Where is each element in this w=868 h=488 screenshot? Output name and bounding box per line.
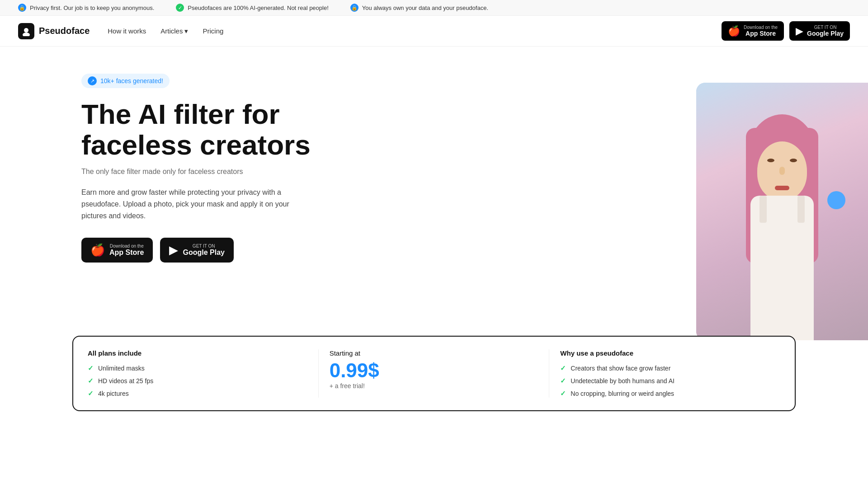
trending-icon: ↗	[88, 76, 97, 85]
plan-item-hd: ✓ HD videos at 25 fps	[88, 377, 307, 385]
cta-buttons: 🍎 Download on the App Store ▶ GET IT ON …	[81, 238, 389, 263]
why-use-section: Why use a pseudoface ✓ Creators that sho…	[549, 349, 780, 398]
nav-google-play-big: Google Play	[807, 30, 844, 37]
hero-app-store-big: App Store	[109, 249, 144, 257]
logo-icon	[18, 23, 34, 39]
hero-google-play-big: Google Play	[183, 249, 224, 257]
nav-app-store-big: App Store	[744, 30, 778, 37]
top-banner: 🔒 Privacy first. Our job is to keep you …	[0, 0, 868, 16]
all-plans-list: ✓ Unlimited masks ✓ HD videos at 25 fps …	[88, 364, 307, 398]
check-icon-hd: ✓	[88, 377, 94, 385]
navbar: Pseudoface How it works Articles ▾ Prici…	[0, 16, 868, 47]
why-item-grow: ✓ Creators that show face grow faster	[560, 364, 769, 372]
hero-app-store-button[interactable]: 🍎 Download on the App Store	[81, 238, 153, 263]
apple-icon-hero: 🍎	[90, 243, 105, 257]
check-icon-no-crop: ✓	[560, 389, 566, 398]
blue-dot	[827, 191, 845, 209]
faces-badge: ↗ 10k+ faces generated!	[81, 74, 170, 88]
chevron-down-icon: ▾	[184, 27, 188, 35]
nose	[779, 167, 785, 175]
nav-pricing[interactable]: Pricing	[203, 27, 223, 35]
body	[750, 196, 814, 340]
plan-item-masks: ✓ Unlimited masks	[88, 364, 307, 372]
banner-pseudofaces-text: Pseudofaces are 100% AI-generated. Not r…	[188, 5, 329, 11]
hero-description: Earn more and grow faster while protecti…	[81, 187, 316, 221]
right-eye	[790, 159, 797, 162]
badge-text: 10k+ faces generated!	[100, 77, 163, 84]
banner-privacy-text: Privacy first. Our job is to keep you an…	[30, 5, 154, 11]
why-use-title: Why use a pseudoface	[560, 349, 769, 357]
pricing-section: Starting at 0.99$ + a free trial!	[319, 349, 550, 398]
banner-privacy: 🔒 Privacy first. Our job is to keep you …	[18, 4, 154, 12]
nav-links: How it works Articles ▾ Pricing	[108, 27, 722, 35]
hero-section: ↗ 10k+ faces generated! The AI filter fo…	[0, 47, 868, 340]
footer-space	[0, 411, 868, 447]
lock-icon-2: 🔒	[350, 4, 359, 12]
banner-pseudofaces: ✓ Pseudofaces are 100% AI-generated. Not…	[176, 4, 329, 12]
why-item-undetectable: ✓ Undetectable by both humans and AI	[560, 377, 769, 385]
why-use-list: ✓ Creators that show face grow faster ✓ …	[560, 364, 769, 398]
hero-google-play-button[interactable]: ▶ GET IT ON Google Play	[160, 238, 233, 263]
person-silhouette	[719, 105, 845, 340]
price-value: 0.99$	[330, 361, 538, 380]
svg-point-0	[24, 28, 28, 33]
logo-text: Pseudoface	[39, 26, 90, 36]
nav-app-store-small: Download on the	[744, 25, 778, 30]
info-card: All plans include ✓ Unlimited masks ✓ HD…	[72, 336, 796, 411]
check-icon-masks: ✓	[88, 364, 94, 372]
check-icon: ✓	[176, 4, 184, 12]
google-play-icon: ▶	[796, 25, 803, 37]
hero-image	[696, 83, 868, 340]
hero-title: The AI filter forfaceless creators	[81, 99, 389, 160]
face	[757, 141, 807, 200]
check-icon-undetectable: ✓	[560, 377, 566, 385]
left-eye	[767, 159, 774, 162]
all-plans-title: All plans include	[88, 349, 307, 357]
nav-how-it-works[interactable]: How it works	[108, 27, 146, 35]
apple-icon: 🍎	[728, 25, 740, 37]
banner-data-text: You always own your data and your pseudo…	[362, 5, 488, 11]
starting-at-label: Starting at	[330, 349, 538, 357]
nav-google-play-small: GET IT ON	[807, 25, 844, 30]
nav-articles[interactable]: Articles ▾	[160, 27, 188, 35]
check-icon-grow: ✓	[560, 364, 566, 372]
logo[interactable]: Pseudoface	[18, 23, 90, 39]
hero-content: ↗ 10k+ faces generated! The AI filter fo…	[81, 47, 389, 263]
strap-left	[760, 196, 767, 223]
hero-subtitle: The only face filter made only for facel…	[81, 168, 389, 176]
lock-icon: 🔒	[18, 4, 26, 12]
nav-google-play-button[interactable]: ▶ GET IT ON Google Play	[789, 21, 850, 41]
check-icon-4k: ✓	[88, 389, 94, 398]
price-trial: + a free trial!	[330, 382, 538, 389]
banner-data: 🔒 You always own your data and your pseu…	[350, 4, 488, 12]
strap-right	[797, 196, 805, 223]
lips	[775, 186, 789, 190]
hero-google-play-small: GET IT ON	[183, 244, 224, 249]
hero-app-store-small: Download on the	[109, 244, 144, 249]
nav-right: 🍎 Download on the App Store ▶ GET IT ON …	[722, 21, 850, 41]
all-plans-section: All plans include ✓ Unlimited masks ✓ HD…	[88, 349, 319, 398]
why-item-no-crop: ✓ No cropping, blurring or weird angles	[560, 389, 769, 398]
plan-item-4k: ✓ 4k pictures	[88, 389, 307, 398]
nav-app-store-button[interactable]: 🍎 Download on the App Store	[722, 21, 784, 41]
hero-image-bg	[696, 83, 868, 340]
google-play-icon-hero: ▶	[169, 243, 178, 257]
svg-point-1	[23, 33, 30, 36]
